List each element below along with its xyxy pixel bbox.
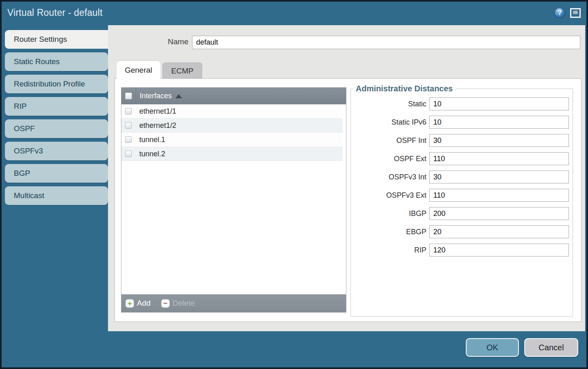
tab-general[interactable]: General <box>117 61 160 79</box>
interface-row-checkbox[interactable] <box>125 151 132 157</box>
admin-distance-field: Static <box>351 97 573 110</box>
interfaces-column-header: Interfaces <box>140 92 172 100</box>
interface-row[interactable]: tunnel.1 <box>121 133 343 147</box>
admin-distance-label: OSPF Int <box>351 136 426 145</box>
admin-distance-field: IBGP <box>351 207 573 220</box>
administrative-distances-fieldset: Administrative Distances Static Static I… <box>350 84 573 317</box>
interface-name: tunnel.1 <box>139 136 165 144</box>
interface-name: ethernet1/2 <box>139 121 176 130</box>
ok-button[interactable]: OK <box>466 338 519 357</box>
sidebar-item-label: OSPFv3 <box>5 147 43 155</box>
admin-distance-label: OSPFv3 Ext <box>351 191 426 200</box>
admin-distance-label: IBGP <box>351 209 426 218</box>
sidebar-item-static-routes[interactable]: Static Routes <box>5 52 108 71</box>
sidebar: Router Settings Static Routes Redistribu… <box>5 30 108 209</box>
header-divider <box>136 88 136 104</box>
help-icon[interactable]: ? <box>554 7 565 18</box>
admin-distance-label: OSPFv3 Int <box>351 173 426 181</box>
name-row: Name <box>108 36 585 49</box>
add-button-label: Add <box>137 299 151 308</box>
minus-glyph: − <box>163 300 167 307</box>
window-restore-icon[interactable] <box>570 8 581 18</box>
admin-distance-label: Static IPv6 <box>351 118 426 127</box>
name-label: Name <box>108 37 188 46</box>
administrative-distances-legend: Administrative Distances <box>353 84 455 93</box>
admin-distance-input[interactable] <box>429 116 569 129</box>
virtual-router-dialog: Virtual Router - default ? Router Settin… <box>0 0 588 369</box>
admin-distance-input[interactable] <box>429 244 569 257</box>
admin-distance-field: OSPFv3 Int <box>351 170 573 183</box>
titlebar: Virtual Router - default ? <box>2 2 586 25</box>
admin-distance-input[interactable] <box>429 225 569 238</box>
admin-distance-field: OSPF Int <box>351 134 573 147</box>
select-all-checkbox[interactable] <box>125 93 132 99</box>
general-tab-panel: Interfaces ethernet1/1 ethernet1/2 tunne… <box>115 78 582 322</box>
sidebar-item-label: Redistribution Profile <box>5 80 85 88</box>
sidebar-item-label: Router Settings <box>5 35 67 44</box>
interface-row[interactable]: ethernet1/1 <box>121 104 343 119</box>
admin-distance-field: OSPFv3 Ext <box>351 189 573 202</box>
admin-distance-input[interactable] <box>429 189 569 202</box>
sidebar-item-redistribution-profile[interactable]: Redistribution Profile <box>5 75 108 93</box>
interface-name: ethernet1/1 <box>139 107 176 116</box>
admin-distance-label: Static <box>351 100 426 108</box>
admin-distance-field: Static IPv6 <box>351 116 573 129</box>
cancel-button[interactable]: Cancel <box>524 338 578 357</box>
delete-button-label: Delete <box>173 299 195 308</box>
interface-row-checkbox[interactable] <box>125 108 132 114</box>
interfaces-rows-area: ethernet1/1 ethernet1/2 tunnel.1 tunnel.… <box>121 104 346 294</box>
sidebar-item-ospf[interactable]: OSPF <box>5 119 108 138</box>
delete-minus-icon: − <box>161 299 170 308</box>
plus-glyph: + <box>128 300 132 307</box>
window-restore-icon-inner <box>573 11 578 14</box>
sidebar-item-rip[interactable]: RIP <box>5 97 108 116</box>
interface-row[interactable]: ethernet1/2 <box>121 119 343 133</box>
sidebar-item-label: RIP <box>5 102 27 111</box>
sidebar-item-bgp[interactable]: BGP <box>5 164 108 183</box>
interface-row-checkbox[interactable] <box>125 122 132 129</box>
interface-row[interactable]: tunnel.2 <box>121 147 343 161</box>
dialog-actions: OK Cancel <box>466 338 578 357</box>
sidebar-item-router-settings[interactable]: Router Settings <box>5 30 109 49</box>
admin-distance-input[interactable] <box>429 134 569 147</box>
admin-distance-label: EBGP <box>351 228 426 236</box>
sidebar-item-label: BGP <box>5 169 30 178</box>
interfaces-table: Interfaces ethernet1/1 ethernet1/2 tunne… <box>121 87 346 313</box>
admin-distance-field: EBGP <box>351 225 573 238</box>
interface-row-checkbox[interactable] <box>125 136 132 143</box>
admin-distance-input[interactable] <box>429 152 569 165</box>
add-button[interactable]: + Add <box>125 299 151 308</box>
sidebar-item-multicast[interactable]: Multicast <box>5 186 108 205</box>
main-panel: Name General ECMP Interfaces ethernet1/1… <box>108 25 585 331</box>
sidebar-item-label: Multicast <box>5 191 44 200</box>
interface-name: tunnel.2 <box>139 150 165 158</box>
sidebar-item-label: OSPF <box>5 124 35 133</box>
interfaces-table-toolbar: + Add − Delete <box>121 294 346 312</box>
admin-distance-label: RIP <box>351 246 426 255</box>
name-input[interactable] <box>192 36 580 49</box>
dialog-title: Virtual Router - default <box>7 7 103 18</box>
admin-distance-input[interactable] <box>429 207 569 220</box>
sidebar-item-label: Static Routes <box>5 57 60 66</box>
add-plus-icon: + <box>125 299 134 308</box>
sort-ascending-icon <box>175 94 182 98</box>
admin-distance-input[interactable] <box>429 170 569 183</box>
sidebar-item-ospfv3[interactable]: OSPFv3 <box>5 142 108 160</box>
admin-distance-label: OSPF Ext <box>351 155 426 163</box>
interfaces-table-header[interactable]: Interfaces <box>121 88 346 104</box>
admin-distance-field: RIP <box>351 244 573 257</box>
admin-distance-field: OSPF Ext <box>351 152 573 165</box>
admin-distance-input[interactable] <box>429 97 569 110</box>
tab-ecmp[interactable]: ECMP <box>162 63 202 79</box>
delete-button[interactable]: − Delete <box>161 299 195 308</box>
